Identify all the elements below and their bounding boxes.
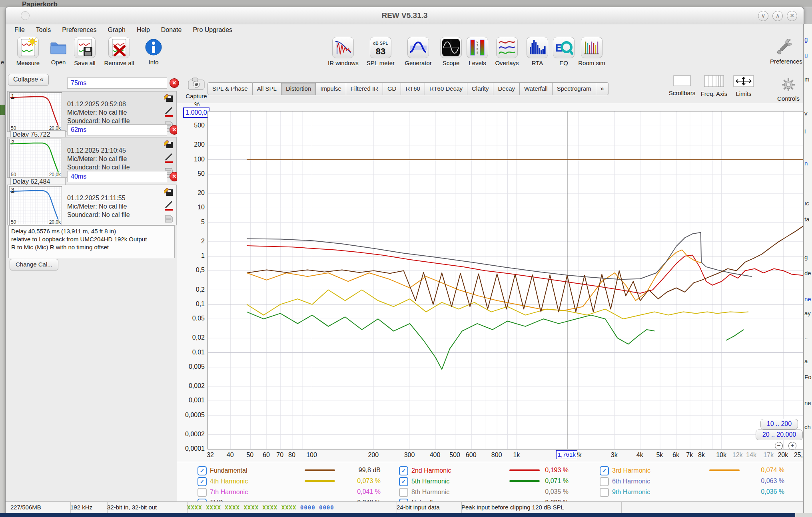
tool-ir-windows[interactable]: IR windows [328, 37, 358, 66]
menu-donate[interactable]: Donate [161, 26, 182, 34]
tab-all-spl[interactable]: All SPL [253, 82, 281, 95]
screen: Papierkorb e REW V5.31.3 ∨ ∧ ✕ FileTools… [0, 0, 812, 517]
measurement-title-row: 62ms✕ [67, 124, 179, 135]
legend-label: 2nd Harmonic [411, 467, 451, 474]
capture-button[interactable]: Capture [184, 77, 208, 99]
delete-measurement-button[interactable]: ✕ [170, 78, 179, 88]
range-button-20-20000[interactable]: 20 .. 20.000 [756, 430, 803, 440]
legend-checkbox-2nd-harmonic[interactable]: ✓ [399, 466, 408, 475]
y-axis-max-field[interactable]: 1.000,0 [183, 107, 209, 118]
background-text-fragment: ta [804, 216, 810, 223]
y-tick: 50 [177, 170, 205, 177]
tool-info[interactable]: Info [138, 37, 169, 66]
save-edit-icon [164, 187, 174, 197]
menu-preferences[interactable]: Preferences [62, 26, 96, 34]
tool-eq[interactable]: EEQ [549, 37, 579, 66]
tab-waterfall[interactable]: Waterfall [520, 82, 553, 95]
measurement-name-field[interactable]: 62ms [67, 124, 167, 135]
controls-button[interactable]: Controls [772, 78, 804, 102]
tab-impulse[interactable]: Impulse [316, 82, 346, 95]
status-bits: XXXX XXXX XXXX XXXX XXXX XXXX 0000 0000 [184, 502, 397, 513]
background-text-fragment: v [804, 110, 808, 117]
range-button-10-200[interactable]: 10 .. 200 [760, 419, 798, 430]
tab-rt60-decay[interactable]: RT60 Decay [425, 82, 467, 95]
tab-clarity[interactable]: Clarity [467, 82, 494, 95]
tool-save-all[interactable]: Save all [70, 37, 100, 66]
legend-checkbox-fundamental[interactable]: ✓ [198, 466, 207, 475]
tab-overflow[interactable]: » [596, 82, 609, 95]
tool-overlays[interactable]: Overlays [492, 37, 522, 66]
change-cal-button[interactable]: Change Cal... [10, 259, 58, 270]
thumbnail-number: 2 [11, 139, 14, 145]
tab-spl-phase[interactable]: SPL & Phase [207, 82, 253, 95]
tool-remove-all[interactable]: Remove all [104, 37, 134, 66]
tool-spl-meter[interactable]: dB SPL83SPL meter [365, 37, 396, 66]
tool-measure[interactable]: Measure [13, 37, 43, 66]
background-text-fragment: g [804, 254, 808, 260]
tab-distortion[interactable]: Distortion [281, 82, 316, 95]
menu-file[interactable]: File [14, 26, 25, 34]
svg-text:0: 0 [477, 40, 479, 44]
measurement-info: 01.12.2025 20:52:08Mic/Meter: No cal fil… [67, 100, 130, 125]
thumbnail-number: 3 [11, 187, 14, 193]
measurement-thumbnail[interactable]: 25020,0k [9, 139, 62, 178]
x-zoom-in-button[interactable]: + [788, 442, 796, 450]
toolbar: MeasureOpenSave allRemove allInfoIR wind… [6, 35, 804, 72]
tab-decay[interactable]: Decay [493, 82, 520, 95]
tool-generator[interactable]: Generator [403, 37, 433, 66]
titlebar[interactable]: REW V5.31.3 ∨ ∧ ✕ [6, 7, 804, 25]
legend-line-swatch [709, 469, 740, 471]
maximize-button[interactable]: ∧ [772, 11, 783, 21]
measurement-mic: Mic/Meter: No cal file [67, 155, 130, 163]
tool-rta[interactable]: RTA [522, 37, 553, 66]
close-button[interactable]: ✕ [787, 11, 797, 21]
legend-checkbox-8th-harmonic[interactable] [399, 488, 408, 497]
tool-levels[interactable]: 0369Levels [462, 37, 493, 66]
distortion-plot[interactable] [207, 111, 806, 449]
tab-rt60[interactable]: RT60 [401, 82, 425, 95]
legend-label: 4th Harmonic [210, 478, 248, 485]
delay-info-box: Delay 40,5576 ms (13,911 m, 45 ft 8 in) … [8, 225, 175, 258]
measurement-name-field[interactable]: 40ms [67, 171, 167, 182]
legend-label: 9th Harmonic [612, 489, 650, 496]
y-tick: 0,005 [177, 363, 205, 370]
legend-checkbox-9th-harmonic[interactable] [600, 488, 609, 497]
measurement-title-row: 40ms✕ [67, 171, 179, 182]
legend-value: 0,036 % [740, 488, 784, 495]
status-input_data: 24-bit input data [393, 502, 462, 513]
graphbar-limits[interactable]: Limits [728, 75, 760, 97]
desktop-icon [0, 105, 5, 115]
graph-region[interactable]: % 1.000,0 + − %▼ 5002001005020105210,50,… [177, 103, 809, 508]
notes-icon [164, 214, 174, 223]
legend-checkbox-5th-harmonic[interactable]: ✓ [399, 477, 408, 486]
legend-checkbox-7th-harmonic[interactable] [198, 488, 207, 497]
tab-spectrogram[interactable]: Spectrogram [553, 82, 596, 95]
menu-tools[interactable]: Tools [36, 26, 51, 34]
tool-preferences[interactable]: Preferences [770, 36, 800, 65]
measurement-thumbnail[interactable]: 15020,0k [9, 92, 62, 131]
tool-room-sim[interactable]: Room sim [577, 37, 607, 66]
tool-open[interactable]: Open [43, 37, 74, 66]
y-axis-unit: % [194, 101, 200, 107]
collapse-button[interactable]: Collapse « [8, 74, 49, 86]
legend-line-swatch [305, 469, 335, 471]
legend-label: 5th Harmonic [411, 478, 449, 485]
trash-label: Papierkorb [22, 0, 58, 7]
x-zoom-out-button[interactable]: − [775, 442, 783, 450]
measurement-thumbnail[interactable]: 35020,0k [9, 186, 62, 225]
open-icon [48, 37, 69, 58]
legend-checkbox-4th-harmonic[interactable]: ✓ [198, 477, 207, 486]
tab-filtered-ir[interactable]: Filtered IR [346, 82, 383, 95]
tab-gd[interactable]: GD [383, 82, 401, 95]
legend-checkbox-6th-harmonic[interactable] [600, 477, 609, 486]
minimize-button[interactable]: ∨ [758, 11, 768, 21]
menu-pro-upgrades[interactable]: Pro Upgrades [193, 26, 232, 34]
menu-help[interactable]: Help [137, 26, 150, 34]
tool-scope[interactable]: Scope [436, 37, 466, 66]
background-text-fragment: ay [804, 310, 811, 316]
delay-info-line1: Delay 40,5576 ms (13,911 m, 45 ft 8 in) [11, 227, 172, 235]
overlays-icon [496, 37, 518, 58]
legend-checkbox-3rd-harmonic[interactable]: ✓ [600, 466, 609, 475]
menu-graph[interactable]: Graph [108, 26, 125, 34]
measurement-name-field[interactable]: 75ms [67, 78, 167, 89]
